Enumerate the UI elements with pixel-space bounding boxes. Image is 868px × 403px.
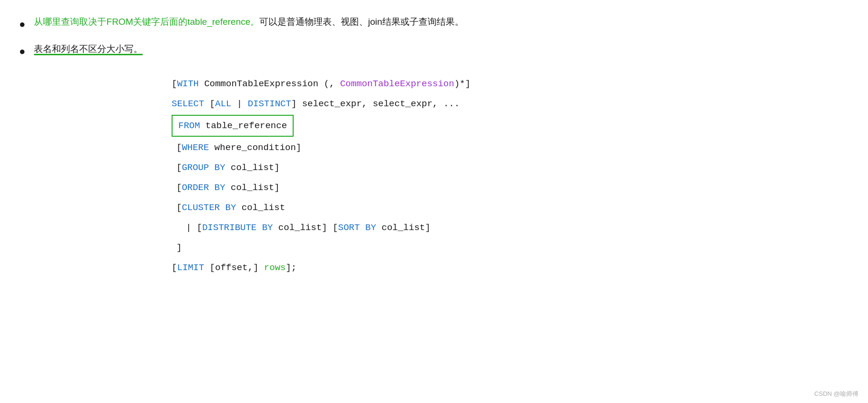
limit-bracket: [ xyxy=(172,262,177,273)
bullet-item-1: ● 从哪里查询取决于FROM关键字后面的table_reference。可以是普… xyxy=(19,14,839,33)
groupby-bracket: [ xyxy=(176,162,182,173)
code-line-distributeby: | [DISTRIBUTE BY col_list] [SORT BY col_… xyxy=(172,219,839,237)
select-bracket: [ xyxy=(204,99,215,109)
bullet-1-black: 可以是普通物理表、视图、join结果或子查询结果。 xyxy=(259,17,464,27)
kw-rows: rows xyxy=(264,262,286,273)
kw-sortby: SORT BY xyxy=(338,222,376,233)
dist-pipe: | [ xyxy=(186,222,202,233)
kw-where: WHERE xyxy=(182,142,209,153)
code-line-groupby: [GROUP BY col_list] xyxy=(172,159,839,177)
code-line-with: [WITH CommonTableExpression (, CommonTab… xyxy=(172,75,839,93)
code-block: [WITH CommonTableExpression (, CommonTab… xyxy=(172,75,839,277)
watermark: CSDN @喻师傅 xyxy=(814,390,858,398)
kw-from: FROM xyxy=(178,121,200,131)
cte-mid: CommonTableExpression (, xyxy=(199,79,340,89)
groupby-rest: col_list] xyxy=(225,162,280,173)
kw-with: WITH xyxy=(177,79,199,89)
orderby-rest: col_list] xyxy=(225,182,280,193)
kw-clusterby: CLUSTER BY xyxy=(182,202,236,213)
kw-groupby: GROUP BY xyxy=(182,162,225,173)
select-rest: ] select_expr, select_expr, ... xyxy=(291,99,460,109)
bracket-open-with: [ xyxy=(172,79,177,89)
kw-cte: CommonTableExpression xyxy=(340,79,454,89)
bullet-list: ● 从哪里查询取决于FROM关键字后面的table_reference。可以是普… xyxy=(19,14,839,60)
bullet-dot-2: ● xyxy=(19,42,25,60)
cte-end: )*] xyxy=(454,79,470,89)
from-box: FROM table_reference xyxy=(172,115,294,137)
code-line-clusterby: [CLUSTER BY col_list xyxy=(172,199,839,217)
kw-distributeby: DISTRIBUTE BY xyxy=(202,222,273,233)
code-line-from: FROM table_reference xyxy=(172,115,839,137)
bullet-2-text: 表名和列名不区分大小写。 xyxy=(34,41,143,57)
kw-limit: LIMIT xyxy=(177,262,204,273)
bullet-dot-1: ● xyxy=(19,15,25,33)
bullet-1-text: 从哪里查询取决于FROM关键字后面的table_reference。可以是普通物… xyxy=(34,14,464,30)
limit-offset: [offset,] xyxy=(204,262,264,273)
clusterby-rest: col_list xyxy=(236,202,285,213)
kw-orderby: ORDER BY xyxy=(182,182,225,193)
kw-distinct: DISTINCT xyxy=(248,99,291,109)
limit-end: ]; xyxy=(286,262,296,273)
kw-all: ALL xyxy=(215,99,231,109)
code-line-limit: [LIMIT [offset,] rows]; xyxy=(172,259,839,277)
where-bracket: [ xyxy=(176,142,182,153)
code-line-close-bracket: ] xyxy=(172,239,839,257)
close-bracket: ] xyxy=(176,242,182,253)
code-line-orderby: [ORDER BY col_list] xyxy=(172,179,839,197)
code-line-where: [WHERE where_condition] xyxy=(172,139,839,157)
select-pipe: | xyxy=(231,99,247,109)
bullet-item-2: ● 表名和列名不区分大小写。 xyxy=(19,41,839,60)
kw-select: SELECT xyxy=(172,99,204,109)
dist-mid: col_list] [ xyxy=(273,222,338,233)
code-line-select: SELECT [ALL | DISTINCT] select_expr, sel… xyxy=(172,95,839,113)
where-rest: where_condition] xyxy=(209,142,301,153)
from-table-ref: table_reference xyxy=(200,121,287,131)
dist-end: col_list] xyxy=(376,222,430,233)
bullet-1-green: 从哪里查询取决于FROM关键字后面的table_reference。 xyxy=(34,17,259,27)
clusterby-bracket: [ xyxy=(176,202,182,213)
orderby-bracket: [ xyxy=(176,182,182,193)
